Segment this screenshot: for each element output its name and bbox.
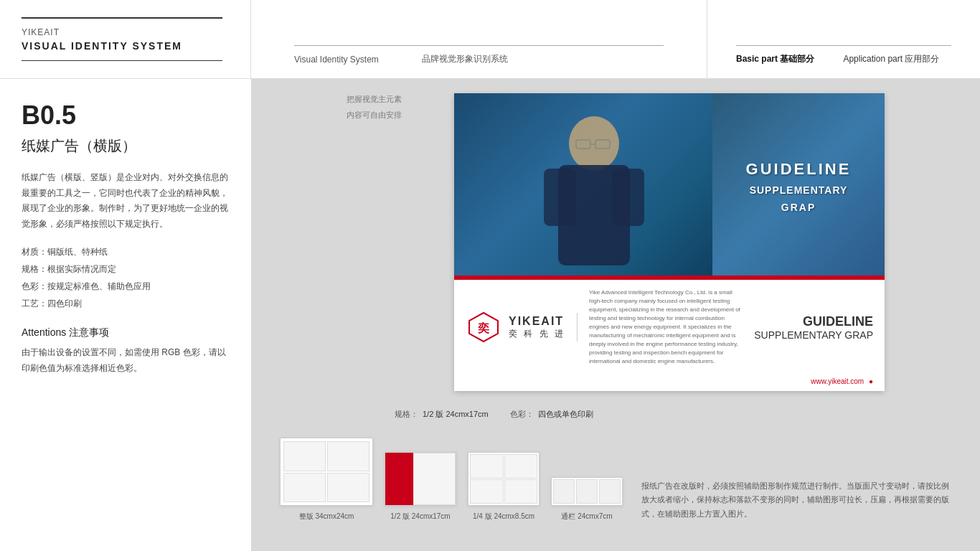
variant-strip-cell <box>576 479 598 504</box>
ad-text-overlay: GUIDELINE SUPPLEMENTARY GRAP <box>712 93 885 280</box>
photo-bg <box>454 93 734 280</box>
footer-url: www.yikeait.com ● <box>454 375 885 391</box>
nav-basic[interactable]: Basic part 基础部分 <box>736 53 814 65</box>
nav-application[interactable]: Application part 应用部分 <box>843 53 939 65</box>
spec-info-color: 色彩： 四色或单色印刷 <box>510 409 593 420</box>
footer-supplementary: SUPPLEMENTARY GRAP <box>754 329 873 341</box>
grap-text: GRAP <box>781 202 816 213</box>
logo-text: YIKEAIT 奕 科 先 进 <box>509 315 565 340</box>
header-center: Visual Identity System 品牌视觉形象识别系统 <box>251 0 707 78</box>
variant-half: 1/2 版 24cmx17cm <box>385 452 456 522</box>
note-line2: 内容可自由安排 <box>347 109 433 122</box>
ad-footer: 奕 YIKEAIT 奕 科 先 进 Yike Advanced Intellig… <box>454 280 885 375</box>
variant-full-label: 整版 34cmx24cm <box>299 512 354 522</box>
variant-quarter: 1/4 版 24cmx8.5cm <box>468 452 540 522</box>
section-title: 纸媒广告（横版） <box>22 136 230 156</box>
ad-logo-area: 奕 YIKEAIT 奕 科 先 进 <box>466 309 565 345</box>
header-left: YIKEAIT VISUAL IDENTITY SYSTEM <box>0 0 251 78</box>
ad-notes: 把握视觉主元素 内容可自由安排 <box>347 93 433 128</box>
spec-info-size: 规格： 1/2 版 24cmx17cm <box>395 409 489 420</box>
ad-photo: GUIDELINE SUPPLEMENTARY GRAP <box>454 93 885 280</box>
section-description: 纸媒广告（横版、竖版）是企业对内、对外交换信息的最重要的工具之一，它同时也代表了… <box>22 170 230 232</box>
header-center-line <box>294 45 664 46</box>
spec-color-label: 色彩： <box>510 409 534 420</box>
supplementary-text: SUPPLEMENTARY <box>750 184 848 196</box>
variant-cell <box>283 441 326 471</box>
variant-full: 整版 34cmx24cm <box>280 438 373 522</box>
svg-text:奕: 奕 <box>477 321 490 334</box>
svg-rect-2 <box>544 169 576 226</box>
logo-chinese: 奕 科 先 进 <box>509 328 565 340</box>
header-right-line <box>736 45 951 46</box>
header-right-inner: Basic part 基础部分 Application part 应用部分 <box>736 45 951 65</box>
variant-strip-cell <box>599 479 621 504</box>
header-center-inner: Visual Identity System 品牌视觉形象识别系统 <box>294 45 664 65</box>
company-logo-icon: 奕 <box>466 309 501 345</box>
variant-quarter-box <box>468 452 540 506</box>
svg-rect-3 <box>612 169 644 226</box>
person-silhouette <box>529 108 659 265</box>
material-spec: 材质：铜版纸、特种纸 <box>22 243 230 260</box>
variant-cell <box>470 479 504 504</box>
company-name: YIKEAIT <box>22 27 229 37</box>
variant-cell <box>327 473 369 503</box>
header-divider-top <box>22 17 222 19</box>
variant-cell <box>327 441 369 471</box>
footer-guideline: GUIDELINE <box>754 314 873 329</box>
variant-strip-label: 通栏 24cmx7cm <box>561 512 612 522</box>
footer-right-text: GUIDELINE SUPPLEMENTARY GRAP <box>754 314 873 341</box>
variants-note: 报纸广告在改版时，必须按照辅助图形制作规范进行制作。当版面尺寸变动时，请按比例放… <box>634 479 951 522</box>
spec-size-value: 1/2 版 24cmx17cm <box>423 409 489 420</box>
footer-description: Yike Advanced Intelligent Technology Co.… <box>589 288 743 366</box>
right-panel: 把握视觉主元素 内容可自由安排 <box>251 79 980 551</box>
size-spec: 规格：根据实际情况而定 <box>22 260 230 278</box>
header: YIKEAIT VISUAL IDENTITY SYSTEM Visual Id… <box>0 0 980 79</box>
spec-info-row: 规格： 1/2 版 24cmx17cm 色彩： 四色或单色印刷 <box>273 405 958 423</box>
header-center-labels: Visual Identity System 品牌视觉形象识别系统 <box>294 53 508 65</box>
variant-half-box <box>385 452 456 506</box>
variant-strip-cell <box>553 479 575 504</box>
attentions-title: Attentions 注意事项 <box>22 326 230 339</box>
header-right-labels: Basic part 基础部分 Application part 应用部分 <box>736 53 939 65</box>
variant-cell <box>504 454 538 479</box>
main-advertisement: GUIDELINE SUPPLEMENTARY GRAP 奕 <box>454 93 885 391</box>
variant-quarter-label: 1/4 版 24cmx8.5cm <box>473 512 534 522</box>
system-name: VISUAL IDENTITY SYSTEM <box>22 40 229 52</box>
variant-cell <box>504 479 538 504</box>
spec-color-value: 四色或单色印刷 <box>538 409 593 420</box>
guideline-text1: GUIDELINE <box>746 160 852 179</box>
left-panel: B0.5 纸媒广告（横版） 纸媒广告（横版、竖版）是企业对内、对外交换信息的最重… <box>0 79 251 551</box>
variant-half-white <box>413 453 456 505</box>
note-line1: 把握视觉主元素 <box>347 93 433 106</box>
variant-full-box <box>280 438 373 506</box>
section-code: B0.5 <box>22 100 230 131</box>
vis-label-cn: 品牌视觉形象识别系统 <box>422 53 508 65</box>
red-accent-bar <box>454 276 885 280</box>
variant-half-label: 1/2 版 24cmx17cm <box>390 512 450 522</box>
header-right: Basic part 基础部分 Application part 应用部分 <box>707 0 980 78</box>
vis-label-en: Visual Identity System <box>294 55 379 65</box>
attentions-description: 由于输出设备的设置不同，如需使用 RGB 色彩，请以印刷色值为标准选择相近色彩。 <box>22 345 230 376</box>
craft-spec: 工艺：四色印刷 <box>22 295 230 312</box>
logo-english: YIKEAIT <box>509 315 565 328</box>
header-divider-bottom <box>22 60 222 61</box>
ad-preview-container: 把握视觉主元素 内容可自由安排 <box>273 93 958 391</box>
spec-size-label: 规格： <box>395 409 418 420</box>
footer-divider <box>577 313 578 342</box>
variant-cell <box>283 473 326 503</box>
variant-cell <box>470 454 504 479</box>
color-spec: 色彩：按规定标准色、辅助色应用 <box>22 278 230 295</box>
variants-section: 整版 34cmx24cm 1/2 版 24cmx17cm <box>273 438 958 522</box>
variant-strip: 通栏 24cmx7cm <box>551 477 623 522</box>
variant-half-red <box>385 453 413 505</box>
main-content: B0.5 纸媒广告（横版） 纸媒广告（横版、竖版）是企业对内、对外交换信息的最重… <box>0 79 980 551</box>
variant-strip-box <box>551 477 623 506</box>
